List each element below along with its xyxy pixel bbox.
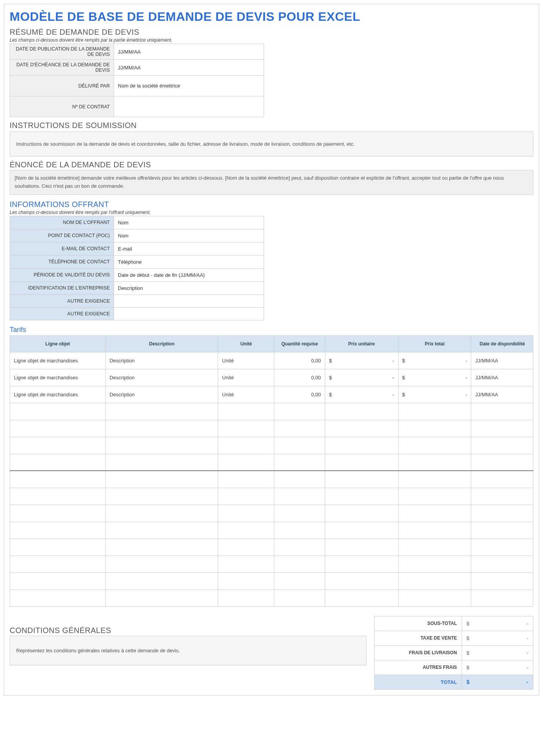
pricing-empty-cell[interactable]	[106, 589, 218, 606]
bidder-value[interactable]: Date de début - date de fin (JJ/MM/AA)	[114, 268, 264, 281]
pricing-empty-cell[interactable]	[10, 488, 106, 505]
pricing-empty-cell[interactable]	[471, 437, 533, 454]
pricing-empty-cell[interactable]	[274, 589, 325, 606]
pricing-empty-cell[interactable]	[325, 589, 398, 606]
bidder-value[interactable]	[114, 295, 264, 307]
pricing-empty-cell[interactable]	[274, 488, 325, 505]
pricing-empty-cell[interactable]	[325, 454, 398, 471]
pricing-empty-cell[interactable]	[471, 403, 533, 420]
pricing-desc-cell[interactable]: Description	[106, 369, 218, 386]
pricing-empty-cell[interactable]	[325, 488, 398, 505]
pricing-empty-cell[interactable]	[398, 505, 471, 522]
pricing-empty-cell[interactable]	[471, 522, 533, 539]
pricing-empty-cell[interactable]	[325, 403, 398, 420]
pricing-empty-cell[interactable]	[10, 522, 106, 539]
pricing-empty-cell[interactable]	[106, 522, 218, 539]
pricing-empty-cell[interactable]	[398, 572, 471, 589]
pricing-money-cell[interactable]: $-	[398, 369, 471, 386]
pricing-empty-cell[interactable]	[106, 471, 218, 488]
pricing-empty-cell[interactable]	[471, 572, 533, 589]
pricing-empty-cell[interactable]	[398, 539, 471, 556]
pricing-empty-cell[interactable]	[10, 505, 106, 522]
pricing-desc-cell[interactable]: Description	[106, 352, 218, 369]
pricing-empty-cell[interactable]	[10, 539, 106, 556]
pricing-avail-cell[interactable]: JJ/MM/AA	[471, 352, 533, 369]
pricing-empty-cell[interactable]	[398, 589, 471, 606]
totals-value[interactable]: $-	[462, 645, 533, 660]
pricing-empty-cell[interactable]	[218, 589, 274, 606]
pricing-empty-cell[interactable]	[398, 522, 471, 539]
pricing-empty-cell[interactable]	[471, 420, 533, 437]
pricing-item-cell[interactable]: Ligne objet de marchandises	[10, 369, 106, 386]
pricing-empty-cell[interactable]	[274, 420, 325, 437]
totals-value[interactable]: $-	[462, 660, 533, 675]
pricing-empty-cell[interactable]	[218, 471, 274, 488]
pricing-unit-cell[interactable]: Unité	[218, 369, 274, 386]
pricing-empty-cell[interactable]	[106, 556, 218, 572]
pricing-empty-cell[interactable]	[274, 403, 325, 420]
pricing-empty-cell[interactable]	[274, 522, 325, 539]
pricing-avail-cell[interactable]: JJ/MM/AA	[471, 369, 533, 386]
pricing-empty-cell[interactable]	[274, 437, 325, 454]
pricing-money-cell[interactable]: $-	[325, 386, 398, 403]
pricing-empty-cell[interactable]	[471, 505, 533, 522]
instructions-body[interactable]: Instructions de soumission de la demande…	[10, 131, 533, 157]
pricing-empty-cell[interactable]	[274, 572, 325, 589]
pricing-empty-cell[interactable]	[10, 589, 106, 606]
pricing-money-cell[interactable]: $-	[325, 352, 398, 369]
pricing-empty-cell[interactable]	[471, 488, 533, 505]
pricing-empty-cell[interactable]	[218, 403, 274, 420]
pricing-empty-cell[interactable]	[325, 437, 398, 454]
pricing-empty-cell[interactable]	[106, 454, 218, 471]
bidder-value[interactable]: Téléphone	[114, 255, 264, 268]
pricing-empty-cell[interactable]	[471, 539, 533, 556]
pricing-empty-cell[interactable]	[398, 420, 471, 437]
pricing-empty-cell[interactable]	[471, 556, 533, 572]
pricing-empty-cell[interactable]	[471, 454, 533, 471]
pricing-empty-cell[interactable]	[325, 420, 398, 437]
pricing-avail-cell[interactable]: JJ/MM/AA	[471, 386, 533, 403]
bidder-value[interactable]	[114, 307, 264, 320]
pricing-qty-cell[interactable]: 0,00	[274, 386, 325, 403]
summary-value[interactable]: Nom de la société émettrice	[114, 76, 264, 96]
pricing-empty-cell[interactable]	[218, 522, 274, 539]
pricing-empty-cell[interactable]	[274, 505, 325, 522]
pricing-unit-cell[interactable]: Unité	[218, 352, 274, 369]
pricing-empty-cell[interactable]	[218, 420, 274, 437]
bidder-value[interactable]: E-mail	[114, 242, 264, 255]
pricing-item-cell[interactable]: Ligne objet de marchandises	[10, 386, 106, 403]
totals-value[interactable]: $-	[462, 616, 533, 631]
pricing-empty-cell[interactable]	[218, 572, 274, 589]
pricing-empty-cell[interactable]	[471, 589, 533, 606]
pricing-empty-cell[interactable]	[10, 556, 106, 572]
pricing-empty-cell[interactable]	[398, 437, 471, 454]
pricing-empty-cell[interactable]	[106, 539, 218, 556]
pricing-item-cell[interactable]: Ligne objet de marchandises	[10, 352, 106, 369]
summary-value[interactable]: JJ/MM/AA	[114, 44, 264, 60]
pricing-empty-cell[interactable]	[218, 539, 274, 556]
pricing-empty-cell[interactable]	[274, 471, 325, 488]
bidder-value[interactable]: Nom	[114, 216, 264, 229]
pricing-empty-cell[interactable]	[325, 556, 398, 572]
totals-value[interactable]: $-	[462, 631, 533, 645]
pricing-empty-cell[interactable]	[10, 437, 106, 454]
pricing-empty-cell[interactable]	[398, 403, 471, 420]
pricing-qty-cell[interactable]: 0,00	[274, 369, 325, 386]
pricing-empty-cell[interactable]	[218, 437, 274, 454]
pricing-empty-cell[interactable]	[106, 403, 218, 420]
pricing-empty-cell[interactable]	[325, 471, 398, 488]
pricing-empty-cell[interactable]	[10, 454, 106, 471]
pricing-empty-cell[interactable]	[325, 505, 398, 522]
pricing-empty-cell[interactable]	[218, 488, 274, 505]
pricing-empty-cell[interactable]	[325, 539, 398, 556]
pricing-empty-cell[interactable]	[325, 572, 398, 589]
pricing-empty-cell[interactable]	[398, 471, 471, 488]
pricing-empty-cell[interactable]	[325, 522, 398, 539]
pricing-empty-cell[interactable]	[218, 454, 274, 471]
summary-value[interactable]: JJ/MM/AA	[114, 60, 264, 76]
pricing-empty-cell[interactable]	[398, 454, 471, 471]
pricing-empty-cell[interactable]	[10, 420, 106, 437]
summary-value[interactable]	[114, 96, 264, 117]
pricing-empty-cell[interactable]	[471, 471, 533, 488]
pricing-money-cell[interactable]: $-	[325, 369, 398, 386]
